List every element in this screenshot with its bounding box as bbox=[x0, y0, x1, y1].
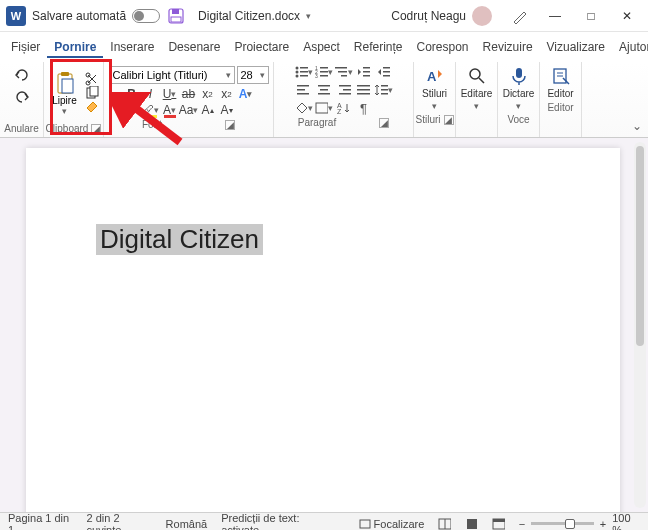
print-layout-icon[interactable] bbox=[465, 518, 478, 530]
status-page[interactable]: Pagina 1 din 1 bbox=[8, 512, 73, 531]
shrink-font-button[interactable]: A▾ bbox=[219, 102, 235, 118]
zoom-out-icon[interactable]: − bbox=[519, 518, 525, 530]
numbering-button[interactable]: 123▾ bbox=[315, 64, 333, 80]
tab-view[interactable]: Vizualizare bbox=[540, 36, 612, 58]
user-account[interactable]: Codruț Neagu bbox=[391, 6, 492, 26]
increase-indent-button[interactable] bbox=[375, 64, 393, 80]
svg-rect-38 bbox=[318, 85, 330, 87]
paste-button[interactable]: Lipire ▾ bbox=[48, 71, 82, 116]
zoom-level[interactable]: 100 % bbox=[612, 512, 640, 531]
align-left-button[interactable] bbox=[295, 82, 313, 98]
svg-rect-43 bbox=[339, 93, 351, 95]
bullets-button[interactable]: ▾ bbox=[295, 64, 313, 80]
collapse-ribbon-icon[interactable]: ⌄ bbox=[632, 119, 642, 133]
status-language[interactable]: Română bbox=[166, 518, 208, 530]
tab-home[interactable]: Pornire bbox=[47, 36, 103, 58]
copy-icon[interactable] bbox=[84, 86, 100, 100]
line-spacing-button[interactable]: ▾ bbox=[375, 82, 393, 98]
document-area: Digital Citizen bbox=[0, 138, 648, 512]
sort-button[interactable]: AZ bbox=[335, 100, 353, 116]
show-marks-button[interactable]: ¶ bbox=[355, 100, 373, 116]
save-icon[interactable] bbox=[168, 8, 184, 24]
dictate-button[interactable]: Dictare▾ bbox=[501, 64, 537, 113]
highlight-button[interactable]: 🖊▾ bbox=[143, 102, 159, 118]
group-label-undo: Anulare bbox=[4, 122, 38, 135]
decrease-indent-button[interactable] bbox=[355, 64, 373, 80]
zoom-control[interactable]: − + 100 % bbox=[519, 512, 640, 531]
underline-button[interactable]: U▾ bbox=[162, 86, 178, 102]
paragraph-launcher-icon[interactable]: ◢ bbox=[379, 118, 389, 128]
svg-rect-30 bbox=[363, 71, 370, 73]
maximize-button[interactable]: □ bbox=[574, 2, 608, 30]
avatar-icon bbox=[472, 6, 492, 26]
tab-insert[interactable]: Inserare bbox=[103, 36, 161, 58]
subscript-button[interactable]: x2 bbox=[200, 86, 216, 102]
borders-button[interactable]: ▾ bbox=[315, 100, 333, 116]
undo-icon[interactable] bbox=[13, 66, 31, 84]
redo-icon[interactable] bbox=[13, 88, 31, 106]
focus-mode-button[interactable]: Focalizare bbox=[359, 518, 425, 530]
change-case-button[interactable]: Aa▾ bbox=[181, 102, 197, 118]
cut-icon[interactable] bbox=[84, 72, 100, 86]
strikethrough-button[interactable]: ab bbox=[181, 86, 197, 102]
autosave-label: Salvare automată bbox=[32, 9, 126, 23]
scrollbar-thumb[interactable] bbox=[636, 146, 644, 346]
svg-point-16 bbox=[295, 71, 298, 74]
autosave-toggle[interactable]: Salvare automată bbox=[32, 9, 160, 23]
tab-review[interactable]: Revizuire bbox=[476, 36, 540, 58]
tab-design[interactable]: Proiectare bbox=[227, 36, 296, 58]
minimize-button[interactable]: — bbox=[538, 2, 572, 30]
web-layout-icon[interactable] bbox=[492, 518, 505, 530]
ribbon-tabs: Fișier Pornire Inserare Desenare Proiect… bbox=[0, 32, 648, 62]
tab-references[interactable]: Referințe bbox=[347, 36, 410, 58]
selected-text[interactable]: Digital Citizen bbox=[96, 224, 263, 255]
font-size-select[interactable]: 28▾ bbox=[237, 66, 269, 84]
format-painter-icon[interactable] bbox=[84, 100, 100, 114]
styles-button[interactable]: A Stiluri▾ bbox=[420, 64, 449, 113]
align-center-button[interactable] bbox=[315, 82, 333, 98]
pen-icon[interactable] bbox=[512, 8, 528, 24]
align-right-button[interactable] bbox=[335, 82, 353, 98]
svg-rect-39 bbox=[320, 89, 328, 91]
justify-button[interactable] bbox=[355, 82, 373, 98]
text-effects-button[interactable]: A▾ bbox=[238, 86, 254, 102]
tab-layout[interactable]: Aspect bbox=[296, 36, 347, 58]
status-predictions[interactable]: Predicții de text: activate bbox=[221, 512, 330, 531]
bold-button[interactable]: B bbox=[124, 86, 140, 102]
group-editor: Editor Editor bbox=[540, 62, 582, 137]
clipboard-launcher-icon[interactable]: ◢ bbox=[91, 124, 101, 134]
svg-rect-31 bbox=[363, 75, 370, 77]
svg-rect-21 bbox=[320, 67, 328, 69]
svg-rect-9 bbox=[62, 79, 73, 93]
editor-button[interactable]: Editor bbox=[545, 64, 575, 101]
read-mode-icon[interactable] bbox=[438, 518, 451, 530]
zoom-slider[interactable] bbox=[531, 522, 593, 525]
document-title[interactable]: Digital Citizen.docx bbox=[192, 9, 306, 23]
chevron-down-icon[interactable]: ▾ bbox=[306, 11, 311, 21]
grow-font-button[interactable]: A▴ bbox=[200, 102, 216, 118]
font-name-select[interactable]: Calibri Light (Titluri)▾ bbox=[109, 66, 235, 84]
superscript-button[interactable]: x2 bbox=[219, 86, 235, 102]
svg-rect-35 bbox=[297, 85, 309, 87]
shading-button[interactable]: ▾ bbox=[295, 100, 313, 116]
tab-mail[interactable]: Corespon bbox=[410, 36, 476, 58]
styles-launcher-icon[interactable]: ◢ bbox=[444, 115, 454, 125]
tab-draw[interactable]: Desenare bbox=[161, 36, 227, 58]
find-button[interactable]: Editare▾ bbox=[459, 64, 495, 113]
tab-file[interactable]: Fișier bbox=[4, 36, 47, 58]
multilevel-button[interactable]: ▾ bbox=[335, 64, 353, 80]
svg-rect-8 bbox=[61, 72, 69, 76]
status-words[interactable]: 2 din 2 cuvinte bbox=[87, 512, 152, 531]
font-color-button[interactable]: A▾ bbox=[162, 102, 178, 118]
group-editing: Editare▾ bbox=[456, 62, 498, 137]
italic-button[interactable]: I bbox=[143, 86, 159, 102]
page[interactable]: Digital Citizen bbox=[26, 148, 620, 512]
tab-help[interactable]: Ajutor bbox=[612, 36, 648, 58]
close-button[interactable]: ✕ bbox=[610, 2, 644, 30]
zoom-in-icon[interactable]: + bbox=[600, 518, 606, 530]
svg-rect-32 bbox=[383, 67, 390, 69]
group-clipboard: Lipire ▾ Clipboard◢ bbox=[44, 62, 104, 137]
vertical-scrollbar[interactable] bbox=[634, 142, 646, 508]
toggle-off-icon[interactable] bbox=[132, 9, 160, 23]
font-launcher-icon[interactable]: ◢ bbox=[225, 120, 235, 130]
